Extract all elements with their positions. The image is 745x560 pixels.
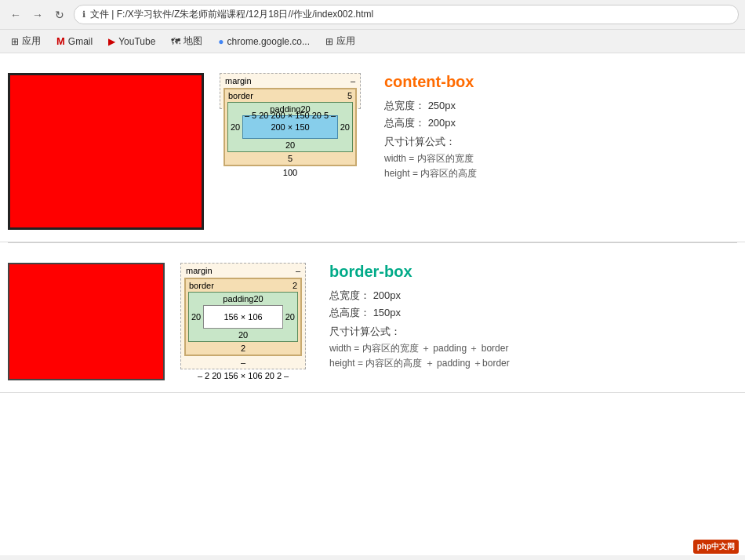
chrome-icon: ●: [218, 36, 224, 47]
back-button[interactable]: ←: [6, 5, 25, 24]
total-width-row: 总宽度： 250px: [384, 99, 737, 113]
side-dash-right: –: [331, 111, 336, 120]
formula1-line1: width = 内容区的宽度: [384, 152, 737, 165]
side2-border-right: 2: [277, 371, 282, 380]
page-content: margin – border 5 padding20: [0, 53, 745, 555]
border-bottom-num: 5: [225, 152, 355, 165]
side2-content-center: 156 × 106: [224, 371, 262, 380]
formula2-line2: height = 内容区的高度 ＋ padding ＋border: [329, 357, 737, 370]
pad-bottom2: 20: [189, 329, 297, 341]
bookmarks-bar: ⊞ 应用 M Gmail ▶ YouTube 🗺 地图 ● chrome.goo…: [0, 30, 745, 53]
total-height-value: 200px: [428, 117, 456, 129]
side2-padding-right: 20: [265, 371, 274, 380]
margin-label: margin: [225, 76, 252, 85]
bookmark-label: chrome.google.co...: [227, 36, 310, 47]
margin-bottom2: –: [181, 356, 305, 369]
content-size2: 156 × 106: [203, 305, 283, 329]
border-label: border: [228, 91, 253, 100]
total-width-value: 250px: [428, 100, 456, 111]
bookmark-chrome[interactable]: ● chrome.google.co...: [213, 35, 314, 49]
formula2-line1: width = 内容区的宽度 ＋ padding ＋ border: [329, 342, 737, 355]
bookmark-label: 应用: [336, 35, 355, 48]
total-width-row2: 总宽度： 200px: [329, 289, 737, 303]
total-height-row2: 总高度： 150px: [329, 306, 737, 320]
side-border-left: 5: [252, 111, 256, 120]
formula-title-2: 尺寸计算公式：: [329, 325, 737, 339]
content-box-diagram: margin – border 5 padding20: [220, 73, 361, 120]
apps-icon: ⊞: [11, 36, 19, 47]
total-width-value2: 200px: [373, 289, 401, 301]
red-box-border-box: [8, 263, 165, 380]
side-padding-right: 20: [312, 111, 322, 120]
bookmark-label: YouTube: [118, 36, 155, 47]
side2-dash-left: –: [198, 371, 202, 380]
total-width-label2: 总宽度：: [329, 289, 370, 301]
border-bottom2: 2: [186, 342, 300, 355]
maps-icon: 🗺: [171, 36, 180, 47]
formula-title-1: 尺寸计算公式：: [384, 135, 737, 149]
section-content-box: margin – border 5 padding20: [0, 61, 745, 242]
content-box-info: content-box 总宽度： 250px 总高度： 200px 尺寸计算公式…: [384, 73, 737, 182]
nav-buttons: ← → ↻: [6, 5, 69, 24]
forward-button[interactable]: →: [28, 5, 47, 24]
youtube-icon: ▶: [108, 36, 115, 47]
margin-dash: –: [351, 76, 355, 85]
margin-bottom-num: 100: [220, 166, 360, 179]
apps2-icon: ⊞: [325, 36, 333, 47]
security-icon: ℹ: [82, 9, 85, 20]
section-border-box: margin – border 2 padding20: [0, 251, 745, 393]
padding-left-num: 20: [228, 122, 242, 132]
red-box-content-box: [8, 73, 204, 230]
total-height-row: 总高度： 200px: [384, 116, 737, 130]
total-height-value2: 150px: [373, 307, 401, 318]
side2-padding-left: 20: [212, 371, 221, 380]
address-bar[interactable]: ℹ 文件 | F:/X学习软件/Z朱老师前端课程/12月18日//作业/inde…: [74, 5, 739, 24]
side-content-center: 200 × 150: [271, 111, 309, 120]
side-padding-left: 20: [259, 111, 268, 120]
watermark: php中文网: [693, 540, 739, 554]
total-height-label: 总高度：: [384, 117, 425, 129]
bookmark-apps2[interactable]: ⊞ 应用: [321, 33, 360, 49]
bookmark-label: Gmail: [68, 36, 93, 47]
side-dash-left: –: [245, 111, 249, 120]
total-width-label: 总宽度：: [384, 100, 425, 111]
border-box-info: border-box 总宽度： 200px 总高度： 150px 尺寸计算公式：…: [329, 263, 737, 372]
pad-left2: 20: [189, 312, 203, 322]
border-box-diagram: margin – border 2 padding20: [180, 263, 306, 380]
formula1-line2: height = 内容区的高度: [384, 167, 737, 180]
content-box-title: content-box: [384, 73, 737, 91]
padding-bottom-num: 20: [228, 139, 352, 151]
total-height-label2: 总高度：: [329, 307, 370, 318]
refresh-button[interactable]: ↻: [50, 5, 69, 24]
border-box-title: border-box: [329, 263, 737, 281]
side2-border-left: 2: [205, 371, 209, 380]
url-text: 文件 | F:/X学习软件/Z朱老师前端课程/12月18日//作业/index0…: [90, 8, 730, 21]
padding-label-top2: padding20: [189, 293, 297, 305]
gmail-icon: M: [56, 35, 65, 47]
pad-right2: 20: [283, 312, 297, 322]
padding-right-num: 20: [338, 122, 352, 132]
side-border-right: 5: [324, 111, 329, 120]
bookmark-youtube[interactable]: ▶ YouTube: [104, 35, 160, 49]
side2-dash-right: –: [284, 371, 289, 380]
divider: [8, 242, 737, 243]
border-val2: 2: [293, 281, 297, 290]
bookmark-gmail[interactable]: M Gmail: [52, 34, 97, 49]
browser-window: ← → ↻ ℹ 文件 | F:/X学习软件/Z朱老师前端课程/12月18日//作…: [0, 0, 745, 555]
browser-toolbar: ← → ↻ ℹ 文件 | F:/X学习软件/Z朱老师前端课程/12月18日//作…: [0, 0, 745, 30]
bookmark-apps1[interactable]: ⊞ 应用: [6, 33, 45, 49]
margin-dash2: –: [296, 266, 300, 275]
bookmark-label: 应用: [22, 35, 41, 48]
border-val: 5: [347, 91, 352, 100]
bookmark-maps[interactable]: 🗺 地图: [166, 33, 207, 49]
margin-label2: margin: [186, 266, 213, 275]
border-label2: border: [189, 281, 214, 290]
bookmark-label: 地图: [184, 35, 202, 48]
